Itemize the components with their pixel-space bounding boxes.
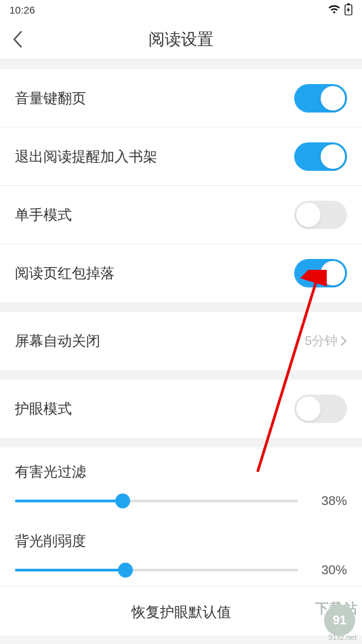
slider-backlight-track[interactable] xyxy=(15,569,298,571)
divider xyxy=(0,370,362,380)
setting-red-packet: 阅读页红包掉落 xyxy=(0,244,362,302)
settings-group-1: 音量键翻页 退出阅读提醒加入书架 单手模式 阅读页红包掉落 xyxy=(0,69,362,302)
setting-exit-remind: 退出阅读提醒加入书架 xyxy=(0,127,362,186)
setting-value: 5分钟 xyxy=(304,332,347,350)
battery-icon xyxy=(344,3,353,16)
setting-one-hand: 单手模式 xyxy=(0,186,362,244)
status-time: 10:26 xyxy=(9,4,35,16)
status-icons xyxy=(328,3,353,16)
setting-eye-care: 护眼模式 xyxy=(0,380,362,438)
slider-thumb[interactable] xyxy=(118,563,133,578)
slider-value: 38% xyxy=(310,494,347,508)
slider-value: 30% xyxy=(310,563,347,578)
setting-label: 退出阅读提醒加入书架 xyxy=(15,147,157,166)
toggle-knob xyxy=(296,203,321,227)
divider xyxy=(0,302,362,312)
wifi-icon xyxy=(328,5,340,14)
toggle-one-hand[interactable] xyxy=(294,201,347,229)
slider-fill xyxy=(15,500,123,502)
divider xyxy=(0,438,362,447)
slider-backlight: 背光削弱度 30% xyxy=(0,517,362,586)
toggle-knob xyxy=(321,144,345,169)
toggle-volume-page[interactable] xyxy=(294,84,347,113)
slider-thumb[interactable] xyxy=(115,494,130,508)
setting-volume-page: 音量键翻页 xyxy=(0,69,362,127)
svg-rect-1 xyxy=(347,3,350,5)
slider-label: 背光削弱度 xyxy=(15,531,347,550)
setting-screen-off[interactable]: 屏幕自动关闭 5分钟 xyxy=(0,312,362,370)
screen-off-value: 5分钟 xyxy=(304,332,338,350)
toggle-exit-remind[interactable] xyxy=(294,142,347,171)
toggle-red-packet[interactable] xyxy=(294,259,347,287)
chevron-left-icon xyxy=(12,31,23,48)
toggle-knob xyxy=(321,86,345,110)
slider-light-filter: 有害光过滤 38% xyxy=(0,447,362,517)
back-button[interactable] xyxy=(12,31,23,48)
header: 阅读设置 xyxy=(0,19,362,60)
slider-label: 有害光过滤 xyxy=(15,462,347,481)
setting-label: 单手模式 xyxy=(15,205,72,224)
setting-label: 阅读页红包掉落 xyxy=(15,264,115,283)
setting-label: 音量键翻页 xyxy=(15,89,86,108)
restore-defaults-button[interactable]: 恢复护眼默认值 xyxy=(0,586,362,635)
toggle-knob xyxy=(321,261,345,285)
toggle-knob xyxy=(296,397,321,421)
toggle-eye-care[interactable] xyxy=(294,395,347,423)
slider-light-filter-track[interactable] xyxy=(15,500,298,502)
page-title: 阅读设置 xyxy=(148,28,214,50)
chevron-right-icon xyxy=(340,336,347,346)
status-bar: 10:26 xyxy=(0,0,362,19)
setting-label: 护眼模式 xyxy=(15,399,72,418)
slider-fill xyxy=(15,569,125,571)
divider xyxy=(0,60,362,69)
setting-label: 屏幕自动关闭 xyxy=(15,331,100,350)
